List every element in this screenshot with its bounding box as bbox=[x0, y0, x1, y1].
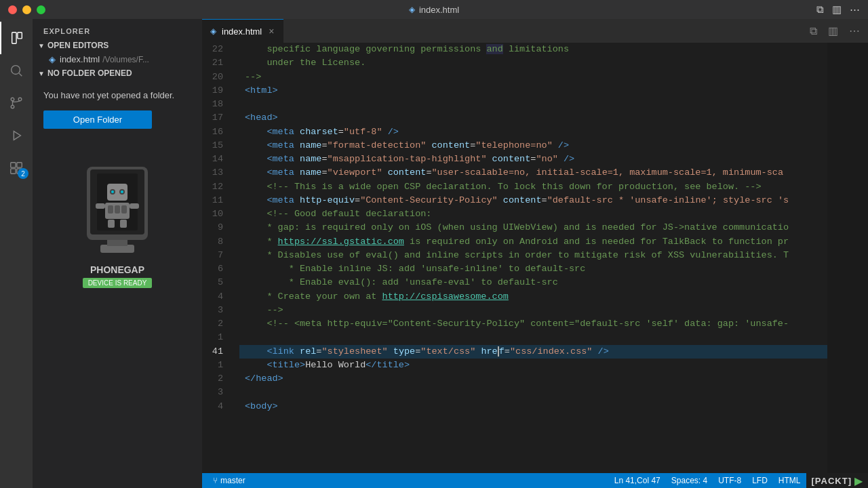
ln-2b: 2 bbox=[202, 372, 229, 386]
status-left: ⑂ master bbox=[202, 473, 256, 488]
open-folder-button[interactable]: Open Folder bbox=[43, 110, 152, 129]
status-language[interactable]: HTML bbox=[773, 473, 806, 488]
branch-icon: ⑂ bbox=[213, 476, 218, 485]
code-text: * https://ssl.gstatic.com is required on… bbox=[245, 235, 789, 249]
title-bar: ◈ index.html ⧉ ▥ ⋯ bbox=[0, 0, 868, 19]
file-icon-html: ◈ bbox=[49, 54, 56, 64]
code-text: under the License. bbox=[245, 56, 366, 70]
code-area[interactable]: specific language governing permissions … bbox=[239, 43, 827, 473]
open-editor-filename: index.html bbox=[60, 54, 100, 64]
no-folder-label: NO FOLDER OPENED bbox=[47, 68, 132, 78]
open-editor-index-html[interactable]: ◈ index.html /Volumes/F... bbox=[33, 53, 202, 66]
ln-17: 17 bbox=[202, 111, 229, 125]
code-line-3b bbox=[239, 386, 827, 399]
tab-index-html[interactable]: ◈ index.html × bbox=[202, 19, 283, 43]
status-line: Ln 41 bbox=[614, 476, 635, 485]
code-line-1b: <title>Hello World</title> bbox=[239, 359, 827, 372]
svg-rect-29 bbox=[108, 220, 115, 228]
phonegap-preview: PHONEGAP DEVICE IS READY bbox=[33, 148, 202, 293]
no-folder-header[interactable]: ▼ NO FOLDER OPENED bbox=[33, 66, 202, 81]
code-line-7: * Disables use of eval() and inline scri… bbox=[239, 249, 827, 262]
tab-actions: ⧉ ▥ ⋯ bbox=[807, 19, 868, 43]
code-line-2: <!-- <meta http-equiv="Content-Security-… bbox=[239, 317, 827, 331]
maximize-button[interactable] bbox=[37, 5, 45, 14]
no-folder-message: You have not yet opened a folder. bbox=[43, 89, 191, 102]
tab-bar: ◈ index.html × ⧉ ▥ ⋯ bbox=[202, 19, 868, 43]
status-spaces[interactable]: Spaces: 4 bbox=[666, 473, 713, 488]
ln-41: 41 bbox=[202, 345, 229, 359]
svg-rect-28 bbox=[130, 203, 139, 209]
svg-rect-30 bbox=[120, 220, 127, 228]
code-line-19: <html> bbox=[239, 84, 827, 98]
more-actions-icon[interactable]: ⋯ bbox=[850, 3, 860, 16]
close-button[interactable] bbox=[8, 5, 17, 14]
svg-rect-17 bbox=[97, 174, 138, 230]
status-encoding[interactable]: UTF-8 bbox=[713, 473, 747, 488]
sidebar-title: EXPLORER bbox=[33, 19, 202, 38]
code-text: * Enable eval(): add 'unsafe-eval' to de… bbox=[245, 276, 558, 289]
svg-point-5 bbox=[11, 105, 14, 108]
ln-1: 1 bbox=[202, 331, 229, 344]
minimap bbox=[827, 43, 868, 473]
svg-rect-25 bbox=[115, 205, 120, 214]
ln-21: 21 bbox=[202, 56, 229, 70]
packt-play-icon[interactable]: ▶ bbox=[854, 474, 863, 487]
sidebar-item-debug[interactable] bbox=[0, 119, 33, 152]
sidebar-item-git[interactable] bbox=[0, 87, 33, 119]
ln-18: 18 bbox=[202, 98, 229, 111]
device-svg bbox=[83, 160, 151, 255]
svg-line-3 bbox=[19, 73, 22, 76]
code-line-20: --> bbox=[239, 70, 827, 84]
open-editors-header[interactable]: ▼ OPEN EDITORS bbox=[33, 38, 202, 53]
ln-2: 2 bbox=[202, 317, 229, 331]
sidebar-item-extensions[interactable]: 2 bbox=[0, 152, 33, 184]
extensions-badge: 2 bbox=[18, 168, 28, 179]
code-line-18 bbox=[239, 98, 827, 111]
svg-rect-9 bbox=[11, 163, 16, 167]
status-bar: ⑂ master Ln 41 , Col 47 Spaces: 4 UTF-8 … bbox=[202, 473, 868, 488]
packt-logo-text: [PACKT] bbox=[812, 476, 852, 486]
toggle-panel-action[interactable]: ▥ bbox=[825, 23, 841, 39]
window-controls bbox=[8, 5, 45, 14]
svg-marker-8 bbox=[14, 131, 20, 140]
sidebar-item-search[interactable] bbox=[0, 54, 33, 87]
status-line-ending[interactable]: LFD bbox=[747, 473, 773, 488]
ln-15: 15 bbox=[202, 139, 229, 152]
minimize-button[interactable] bbox=[22, 5, 31, 14]
status-branch[interactable]: ⑂ master bbox=[208, 473, 251, 488]
editor-content[interactable]: 22 21 20 19 18 17 16 15 14 13 12 11 10 9… bbox=[202, 43, 868, 473]
svg-rect-26 bbox=[121, 205, 127, 214]
code-text: * gap: is required only on iOS (when usi… bbox=[245, 221, 789, 235]
code-text: <!-- Good default declaration: bbox=[245, 207, 431, 221]
open-editor-path: /Volumes/F... bbox=[102, 55, 149, 64]
code-text: <meta name="format-detection" content="t… bbox=[245, 139, 569, 152]
code-text bbox=[245, 331, 250, 344]
split-editor-icon[interactable]: ⧉ bbox=[816, 3, 824, 16]
phonegap-status: DEVICE IS READY bbox=[83, 278, 153, 288]
tab-close-button[interactable]: × bbox=[267, 24, 275, 38]
svg-point-21 bbox=[111, 190, 114, 193]
code-line-13: <meta name="viewport" content="user-scal… bbox=[239, 166, 827, 180]
status-line-col[interactable]: Ln 41 , Col 47 bbox=[609, 473, 666, 488]
code-text: <html> bbox=[245, 84, 278, 98]
split-editor-action[interactable]: ⧉ bbox=[807, 24, 820, 39]
ln-3b: 3 bbox=[202, 386, 229, 399]
svg-rect-11 bbox=[11, 169, 16, 174]
window-title: ◈ index.html bbox=[409, 5, 459, 15]
svg-rect-10 bbox=[17, 163, 22, 167]
code-text: <title>Hello World</title> bbox=[245, 359, 410, 372]
svg-point-6 bbox=[18, 98, 22, 101]
svg-point-2 bbox=[12, 66, 20, 75]
toggle-sidebar-icon[interactable]: ▥ bbox=[832, 3, 842, 16]
svg-point-4 bbox=[11, 98, 14, 101]
code-text: <body> bbox=[245, 400, 278, 413]
code-text: <head> bbox=[245, 111, 278, 125]
code-line-14: <meta name="msapplication-tap-highlight"… bbox=[239, 152, 827, 166]
ln-11: 11 bbox=[202, 194, 229, 207]
ln-10: 10 bbox=[202, 207, 229, 221]
sidebar-item-explorer[interactable] bbox=[0, 22, 33, 54]
code-text: <!-- <meta http-equiv="Content-Security-… bbox=[245, 317, 789, 331]
more-tab-actions[interactable]: ⋯ bbox=[846, 23, 863, 39]
code-text: <!-- This is a wide open CSP declaration… bbox=[245, 180, 762, 194]
ln-16: 16 bbox=[202, 125, 229, 139]
